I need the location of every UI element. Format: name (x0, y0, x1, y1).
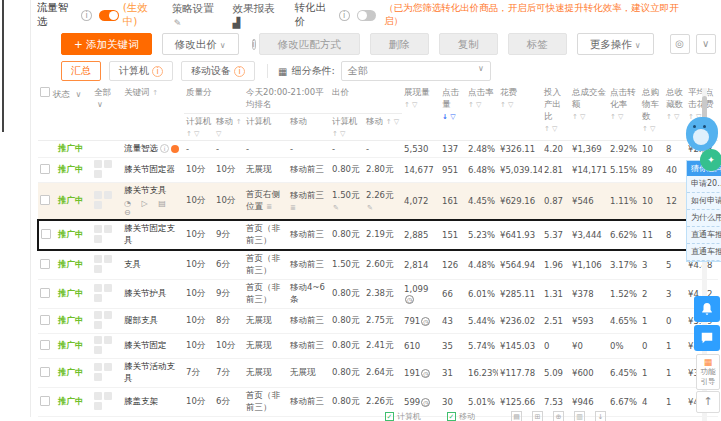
keyword-cell[interactable]: 膝盖支架 (122, 388, 184, 417)
legend-item[interactable]: ✓移动 (447, 411, 475, 421)
modify-match-button[interactable]: 修改匹配方式 (259, 33, 360, 55)
row-checkbox[interactable] (40, 396, 50, 406)
flag-icon[interactable] (94, 336, 102, 344)
header-sub-col[interactable]: 移动 ↑ ▽ (364, 114, 402, 141)
bid-pc-cell[interactable]: 0.80元 (330, 220, 364, 250)
edit-pencil-icon[interactable]: ✎ (367, 204, 373, 212)
collapse-button[interactable]: ∨ (696, 34, 716, 54)
sort-filter-icons[interactable]: ↑ ▽ (500, 101, 513, 109)
mascot-badge-icon[interactable]: ✦ (700, 149, 721, 171)
header-metric[interactable]: 展现量↑ ▽ (402, 85, 440, 141)
keyword-cell[interactable]: 膝关节固定支具 (122, 220, 184, 250)
bid-pc-cell[interactable]: 1.50元 (330, 250, 364, 280)
bid-mobile-cell[interactable]: 2.38元 (364, 280, 402, 309)
chart-tool-icon[interactable]: ⊞ (532, 411, 543, 421)
flag-icon[interactable] (104, 284, 112, 292)
rank-detail-icon[interactable]: ≣ (264, 203, 272, 211)
header-sub-col[interactable]: 计算机 ↑ ▽ (184, 114, 214, 141)
keyword-cell[interactable]: 腿部支具 (122, 309, 184, 334)
info-icon[interactable]: i (160, 144, 169, 153)
select-all-checkbox[interactable] (40, 87, 50, 97)
header-metric[interactable]: 投入产出比↑ ▽ (542, 85, 570, 141)
header-metric[interactable]: 总成交金额↑ ▽ (570, 85, 608, 141)
help-question-link[interactable]: 直通车推广计划? (687, 244, 721, 261)
sort-filter-icons[interactable]: ↑ ▽ (332, 130, 345, 138)
row-checkbox[interactable] (40, 195, 50, 205)
feature-guide-button[interactable]: ▦ 功能引导 (696, 354, 720, 390)
flag-icon[interactable] (104, 363, 112, 371)
chat-button[interactable] (694, 325, 720, 351)
delayed-data-icon[interactable]: ◷ (421, 369, 430, 378)
header-sub-col[interactable]: 计算机 ↑ ▽ (330, 114, 364, 141)
notification-bell-button[interactable] (694, 296, 720, 322)
keyword-cell[interactable]: 膝关节护具 (122, 280, 184, 309)
keyword-cell[interactable]: 膝关节活动支具 (122, 359, 184, 388)
tab-pc[interactable]: 计算机i (109, 61, 173, 81)
flag-icon[interactable] (94, 191, 102, 199)
sort-filter-icons[interactable]: ↑ ▽ (544, 125, 557, 133)
bid-pc-cell[interactable]: 0.80元 (330, 359, 364, 388)
keyword-cell[interactable]: 流量智选i (122, 141, 184, 158)
bid-mobile-cell[interactable]: - (364, 141, 402, 158)
info-icon[interactable]: i (339, 10, 350, 21)
conversion-bid-toggle[interactable] (357, 10, 377, 21)
report-link[interactable]: 效果报表 ▟ (232, 2, 284, 28)
row-checkbox[interactable] (40, 259, 50, 269)
bid-mobile-cell[interactable]: 2.19元 (364, 220, 402, 250)
flag-icon[interactable] (104, 255, 112, 263)
flag-icon[interactable] (104, 160, 112, 168)
bid-pc-cell[interactable]: 1.50元✎ (330, 183, 364, 221)
flag-icon[interactable] (104, 311, 112, 319)
row-checkbox[interactable] (40, 340, 50, 350)
bid-pc-cell[interactable]: 0.80元 (330, 388, 364, 417)
flag-icon[interactable] (94, 346, 102, 354)
bid-mobile-cell[interactable]: 2.60元 (364, 250, 402, 280)
keyword-action-icons[interactable]: ◔ ▷ ▤ ⊖ (124, 199, 182, 217)
sort-filter-icons[interactable]: ↑ ▽ (610, 113, 623, 121)
chart-tool-icon[interactable]: ▤ (511, 411, 522, 421)
bid-pc-cell[interactable]: 0.80元 (330, 158, 364, 183)
sort-filter-icons[interactable]: ↑ ▽ (468, 101, 481, 109)
rank-detail-icon[interactable]: ≣ (290, 204, 296, 212)
traffic-smart-toggle[interactable] (99, 10, 119, 21)
info-icon[interactable]: i (81, 10, 92, 21)
header-metric[interactable]: 点击率↑ ▽ (466, 85, 498, 141)
flag-icon[interactable] (94, 321, 102, 329)
chart-tool-icon[interactable]: ▥ (574, 411, 585, 421)
flag-icon[interactable] (104, 191, 112, 199)
row-checkbox[interactable] (40, 164, 50, 174)
delayed-data-icon[interactable]: ◷ (405, 295, 414, 304)
header-keyword[interactable]: 关键词 ↑ (122, 85, 184, 141)
delete-button[interactable]: 删除 (370, 33, 429, 55)
header-all-filter[interactable]: 全部 ∨ (92, 85, 122, 141)
flag-icon[interactable] (94, 363, 102, 371)
flag-icon[interactable] (94, 284, 102, 292)
header-metric[interactable]: 总收藏数↑ ▽ (664, 85, 686, 141)
bid-pc-cell[interactable]: - (330, 141, 364, 158)
flag-icon[interactable] (104, 225, 112, 233)
tag-button[interactable]: 标签 (508, 33, 567, 55)
column-settings-button[interactable]: ◎ (670, 34, 690, 54)
status-filter-dropdown[interactable]: 状态 (50, 89, 72, 99)
keyword-cell[interactable]: 膝关节支具◔ ▷ ▤ ⊖ (122, 183, 184, 221)
bid-mobile-cell[interactable]: 2.75元 (364, 309, 402, 334)
help-question-link[interactable]: 直通车推广… (687, 227, 721, 244)
flag-icon[interactable] (94, 170, 102, 178)
flag-icon[interactable] (94, 311, 102, 319)
bid-mobile-cell[interactable]: 2.41元 (364, 334, 402, 359)
flag-icon[interactable] (104, 392, 112, 400)
row-checkbox[interactable] (41, 229, 51, 239)
delayed-data-icon[interactable]: ◷ (421, 398, 430, 407)
header-sub-col[interactable]: 计算机 (244, 114, 288, 141)
flag-icon[interactable] (94, 373, 102, 381)
flag-icon[interactable] (94, 402, 102, 410)
copy-button[interactable]: 复制 (439, 33, 498, 55)
flag-icon[interactable] (94, 160, 102, 168)
header-metric[interactable]: 花费↑ ▽ (498, 85, 542, 141)
header-sub-col[interactable]: 移动 (288, 114, 330, 141)
edit-pencil-icon[interactable]: ✎ (333, 204, 339, 212)
back-to-top-button[interactable]: ↑ (696, 391, 720, 413)
keyword-cell[interactable]: 膝关节固定器 (122, 158, 184, 183)
flag-icon[interactable] (94, 201, 102, 209)
keyword-cell[interactable]: 膝关节固定 (122, 334, 184, 359)
